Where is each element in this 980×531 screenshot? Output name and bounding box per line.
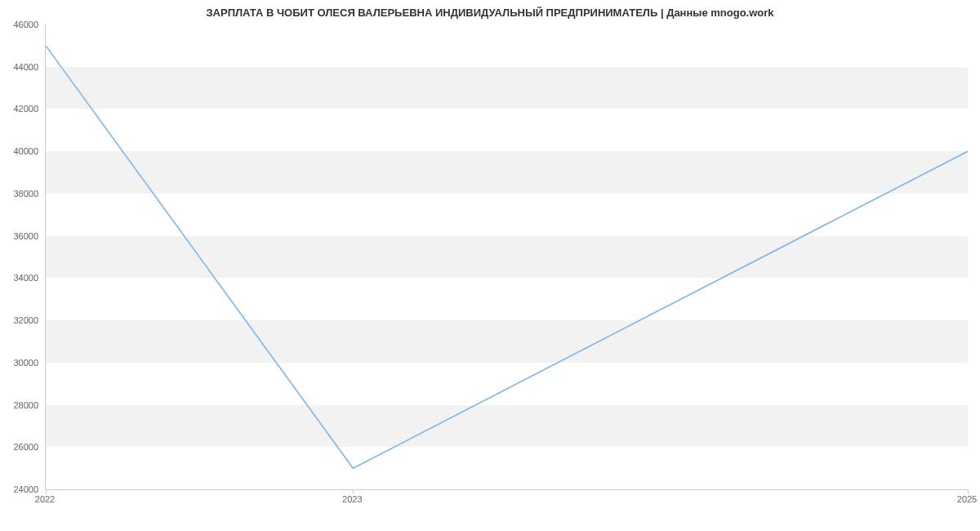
y-tick-label: 38000 [0, 189, 38, 199]
y-tick-label: 32000 [0, 315, 38, 325]
y-tick-label: 42000 [0, 104, 38, 114]
y-tick-label: 40000 [0, 146, 38, 156]
y-tick-label: 30000 [0, 358, 38, 368]
x-tick-label: 2025 [957, 494, 977, 504]
series-line [46, 46, 968, 468]
line-chart: ЗАРПЛАТА В ЧОБИТ ОЛЕСЯ ВАЛЕРЬЕВНА ИНДИВИ… [0, 0, 980, 531]
x-tick-label: 2023 [342, 494, 362, 504]
chart-title: ЗАРПЛАТА В ЧОБИТ ОЛЕСЯ ВАЛЕРЬЕВНА ИНДИВИ… [0, 7, 980, 19]
y-tick-label: 46000 [0, 20, 38, 29]
y-tick-label: 26000 [0, 442, 38, 452]
y-tick-label: 24000 [0, 484, 38, 494]
y-tick-label: 36000 [0, 231, 38, 241]
data-line [46, 25, 968, 489]
y-tick-label: 44000 [0, 62, 38, 72]
x-tick-label: 2022 [35, 494, 55, 504]
y-tick-label: 28000 [0, 400, 38, 410]
y-tick-label: 34000 [0, 273, 38, 283]
plot-area [45, 25, 968, 490]
